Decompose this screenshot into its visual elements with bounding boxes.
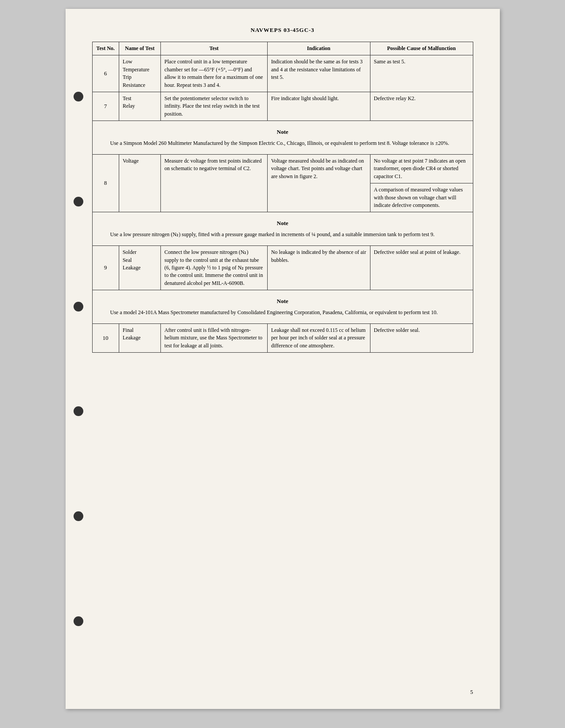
test-name-10: FinalLeakage	[119, 323, 160, 352]
table-header-row: Test No. Name of Test Test Indication Po…	[92, 42, 473, 55]
note-1-title: Note	[110, 128, 455, 136]
test-name-6: LowTemperatureTripResistance	[119, 55, 160, 92]
note-2-title: Note	[110, 219, 455, 228]
table-row: 6 LowTemperatureTripResistance Place con…	[92, 55, 473, 92]
cause-7: Defective relay K2.	[370, 92, 473, 121]
page-number: 5	[470, 689, 473, 696]
test-no-7: 7	[92, 92, 119, 121]
col-header-test: Test	[161, 42, 268, 55]
test-desc-9: Connect the low pressure nitrogen (N₂) s…	[161, 246, 268, 290]
note-3-title: Note	[110, 297, 455, 306]
note-2-cell: Note Use a low pressure nitrogen (N₂) su…	[92, 212, 473, 246]
cause-8b: A comparison of measured voltage values …	[370, 183, 473, 212]
binding-dot	[74, 616, 83, 626]
cause-10: Defective solder seal.	[370, 323, 473, 352]
test-name-7: TestRelay	[119, 92, 160, 121]
table-row: 8 Voltage Measure dc voltage from test p…	[92, 154, 473, 183]
test-desc-8: Measure dc voltage from test points indi…	[161, 154, 268, 212]
test-no-8: 8	[92, 154, 119, 212]
note-1-text: Use a Simpson Model 260 Multimeter Manuf…	[110, 139, 455, 147]
indication-7: Fire indicator light should light.	[267, 92, 370, 121]
page-header: NAVWEPS 03-45GC-3	[92, 27, 473, 34]
note-row-3: Note Use a model 24-101A Mass Spectromet…	[92, 290, 473, 324]
binding-dot	[74, 92, 83, 101]
col-header-cause: Possible Cause of Malfunction	[370, 42, 473, 55]
note-1-cell: Note Use a Simpson Model 260 Multimeter …	[92, 121, 473, 155]
page: NAVWEPS 03-45GC-3 Test No. Name of Test …	[66, 9, 500, 709]
binding-dot	[74, 197, 83, 206]
test-no-6: 6	[92, 55, 119, 92]
cause-9: Defective solder seal at point of leakag…	[370, 246, 473, 290]
table-row: 7 TestRelay Set the potentiometer select…	[92, 92, 473, 121]
main-table: Test No. Name of Test Test Indication Po…	[92, 42, 473, 353]
test-desc-7: Set the potentiometer selector switch to…	[161, 92, 268, 121]
indication-9: No leakage is indicated by the absence o…	[267, 246, 370, 290]
note-3-text: Use a model 24-101A Mass Spectrometer ma…	[110, 308, 455, 316]
cause-8a: No voltage at test point 7 indicates an …	[370, 154, 473, 183]
test-no-9: 9	[92, 246, 119, 290]
indication-10: Leakage shall not exceed 0.115 cc of hel…	[267, 323, 370, 352]
col-header-test-no: Test No.	[92, 42, 119, 55]
test-name-9: SolderSealLeakage	[119, 246, 160, 290]
indication-6: Indication should be the same as for tes…	[267, 55, 370, 92]
note-row-1: Note Use a Simpson Model 260 Multimeter …	[92, 121, 473, 155]
test-name-8: Voltage	[119, 154, 160, 212]
test-no-10: 10	[92, 323, 119, 352]
table-row: 9 SolderSealLeakage Connect the low pres…	[92, 246, 473, 290]
test-desc-10: After control unit is filled with nitrog…	[161, 323, 268, 352]
binding-dots	[74, 9, 83, 709]
binding-dot	[74, 511, 83, 521]
header-title: NAVWEPS 03-45GC-3	[250, 27, 314, 33]
cause-6: Same as test 5.	[370, 55, 473, 92]
test-desc-6: Place control unit in a low temperature …	[161, 55, 268, 92]
note-3-cell: Note Use a model 24-101A Mass Spectromet…	[92, 290, 473, 324]
table-row: 10 FinalLeakage After control unit is fi…	[92, 323, 473, 352]
note-2-text: Use a low pressure nitrogen (N₂) supply,…	[110, 230, 455, 238]
binding-dot	[74, 406, 83, 416]
col-header-name: Name of Test	[119, 42, 160, 55]
binding-dot	[74, 302, 83, 311]
note-row-2: Note Use a low pressure nitrogen (N₂) su…	[92, 212, 473, 246]
indication-8: Voltage measured should be as indicated …	[267, 154, 370, 212]
col-header-indication: Indication	[267, 42, 370, 55]
